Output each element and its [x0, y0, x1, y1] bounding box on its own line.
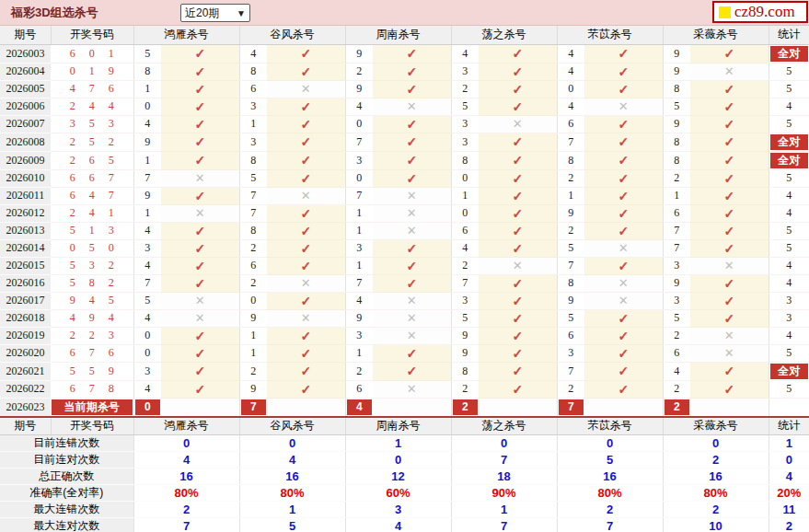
check-icon: ✓: [479, 98, 557, 115]
check-icon: ✓: [161, 222, 239, 239]
check-icon: ✓: [479, 292, 557, 309]
kill-number-cell: 5: [133, 292, 161, 309]
kill-number-cell: 5: [451, 309, 479, 327]
kill-number-cell: 3: [451, 115, 479, 133]
kill-number-cell: 7: [239, 187, 267, 204]
stat-cell: 全对: [769, 151, 809, 169]
period-cell: 2026010: [0, 169, 51, 187]
kill-number-cell: 4: [133, 222, 161, 239]
check-icon: ✓: [584, 222, 663, 239]
check-icon: ✓: [373, 44, 451, 63]
kill-number-cell: 8: [663, 80, 690, 98]
empty-mark-cell: [479, 398, 557, 417]
cross-icon: ✕: [373, 98, 451, 115]
kill-number-cell: 2: [557, 380, 584, 398]
check-icon: ✓: [267, 257, 345, 274]
kill-number-cell: 9: [239, 309, 267, 327]
period-cell: 2026003: [0, 44, 51, 63]
stat-row: 目前连错次数0010001: [0, 435, 809, 452]
code-cell: 2 5 2: [51, 133, 133, 151]
kill-number-cell: 5: [557, 239, 584, 257]
stat-value-cell: 10: [663, 518, 769, 532]
code-cell: 2 6 5: [51, 151, 133, 169]
stat-total-cell: 1: [769, 435, 809, 452]
period-cell: 2026022: [0, 380, 51, 398]
kill-number-cell: 5: [239, 169, 267, 187]
check-icon: ✓: [161, 80, 239, 98]
cross-icon: ✕: [479, 115, 557, 133]
col-header-expert: 周南杀号: [345, 26, 451, 44]
kill-number-cell: 8: [451, 362, 479, 380]
kill-number-cell: 6: [557, 115, 584, 133]
stat-value-cell: 2: [663, 452, 769, 468]
kill-number-cell: 4: [133, 115, 161, 133]
kill-number-cell: 2: [239, 274, 267, 292]
kill-number-cell: 9: [663, 115, 690, 133]
stat-cell: 4: [769, 327, 809, 344]
empty-mark-cell: [373, 398, 451, 417]
code-cell: 5 5 9: [51, 362, 133, 380]
stat-row-label: 目前连对次数: [0, 452, 133, 468]
kill-number-cell: 9: [345, 309, 373, 327]
kill-number-cell: 9: [451, 327, 479, 344]
kill-number-cell: 5: [451, 98, 479, 115]
table-header-row: 期号 开奖号码 鸿雁杀号 谷风杀号 周南杀号 荡之杀号 芣苡杀号 采薇杀号 统计: [0, 26, 809, 44]
check-icon: ✓: [690, 169, 769, 187]
stat-value-cell: 4: [345, 518, 451, 532]
kill-number-cell: 1: [557, 187, 584, 204]
current-period-row: 2026023当前期杀号074272: [0, 398, 809, 417]
kill-number-cell: 3: [345, 327, 373, 344]
stat-value-cell: 0: [133, 435, 239, 452]
empty-mark-cell: [584, 398, 663, 417]
current-kill-number-cell: 4: [345, 398, 373, 417]
stat-value-cell: 0: [239, 435, 345, 452]
kill-number-cell: 1: [133, 204, 161, 222]
kill-number-cell: 3: [345, 151, 373, 169]
site-logo[interactable]: cz89.com: [712, 1, 808, 23]
cross-icon: ✕: [161, 309, 239, 327]
kill-number-cell: 9: [557, 292, 584, 309]
check-icon: ✓: [161, 239, 239, 257]
check-icon: ✓: [584, 115, 663, 133]
table-row: 20260092 6 51✓8✓3✓8✓8✓8✓全对: [0, 151, 809, 169]
table-row: 20260215 5 93✓2✓2✓8✓7✓4✓全对: [0, 362, 809, 380]
top-bar: 福彩3D组选杀号 近20期 ▼ cz89.com: [0, 0, 809, 26]
kill-number-cell: 8: [663, 151, 690, 169]
current-kill-number-cell: 7: [557, 398, 584, 417]
kill-number-cell: 3: [663, 257, 690, 274]
check-icon: ✓: [267, 98, 345, 115]
kill-number-cell: 6: [239, 80, 267, 98]
kill-number-cell: 6: [451, 222, 479, 239]
period-cell: 2026013: [0, 222, 51, 239]
check-icon: ✓: [690, 151, 769, 169]
kill-number-cell: 2: [239, 239, 267, 257]
stat-value-cell: 5: [557, 452, 663, 468]
cross-icon: ✕: [584, 239, 663, 257]
cross-icon: ✕: [690, 344, 769, 362]
kill-number-cell: 4: [451, 239, 479, 257]
kill-number-cell: 4: [345, 292, 373, 309]
cross-icon: ✕: [373, 309, 451, 327]
period-range-select[interactable]: 近20期 ▼: [180, 4, 250, 22]
stat-value-cell: 16: [663, 468, 769, 485]
stat-cell: 5: [769, 380, 809, 398]
kill-number-cell: 7: [557, 133, 584, 151]
check-icon: ✓: [584, 257, 663, 274]
check-icon: ✓: [161, 63, 239, 80]
kill-number-cell: 0: [345, 169, 373, 187]
stat-value-cell: 0: [451, 435, 557, 452]
stat-total-cell: 4: [769, 468, 809, 485]
check-icon: ✓: [161, 380, 239, 398]
check-icon: ✓: [161, 44, 239, 63]
check-icon: ✓: [161, 362, 239, 380]
stat-row: 总正确次数1616121816164: [0, 468, 809, 485]
check-icon: ✓: [584, 80, 663, 98]
table-row: 20260122 4 11✕7✓1✕0✓9✓6✓4: [0, 204, 809, 222]
check-icon: ✓: [584, 187, 663, 204]
check-icon: ✓: [690, 204, 769, 222]
code-cell: 3 5 3: [51, 115, 133, 133]
check-icon: ✓: [267, 222, 345, 239]
check-icon: ✓: [373, 169, 451, 187]
kill-number-cell: 4: [239, 44, 267, 63]
cross-icon: ✕: [373, 222, 451, 239]
